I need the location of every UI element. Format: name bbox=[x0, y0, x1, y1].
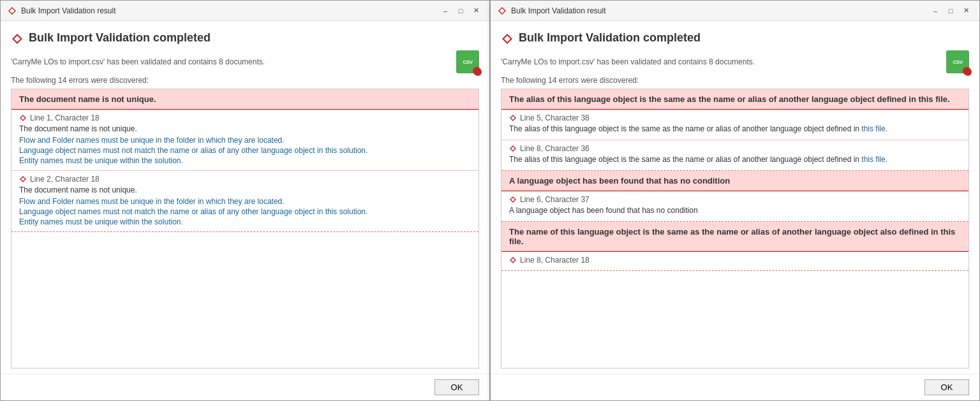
line-ref-text-2-2-1: Line 6, Character 37 bbox=[520, 195, 590, 204]
subtitle-row-2: 'CarryMe LOs to import.csv' has been val… bbox=[501, 50, 969, 73]
subtitle-text-1: 'CarryMe LOs to import.csv' has been val… bbox=[11, 57, 265, 66]
subtitle-text-2: 'CarryMe LOs to import.csv' has been val… bbox=[501, 57, 755, 66]
dialog-footer-2: OK bbox=[491, 374, 979, 400]
error-item-2-1-1: Line 5, Character 38 The alias of this l… bbox=[501, 110, 969, 140]
line-ref-text-2-3-1: Line 8, Character 18 bbox=[520, 256, 590, 265]
line-diamond-icon-2-1-2 bbox=[509, 145, 517, 152]
app-icon-2 bbox=[497, 6, 507, 16]
line-ref-text-2-1-2: Line 8, Character 36 bbox=[520, 144, 590, 153]
csv-badge-2 bbox=[963, 67, 971, 75]
line-ref-text-1-1-1: Line 1, Character 18 bbox=[30, 113, 100, 122]
header-diamond-icon-1 bbox=[11, 33, 24, 45]
line-ref-2-2-1: Line 6, Character 37 bbox=[509, 195, 961, 204]
header-row-1: Bulk Import Validation completed bbox=[11, 31, 479, 45]
error-header-2-2: A language object has been found that ha… bbox=[501, 171, 969, 191]
title-text-2: Bulk Import Validation result bbox=[511, 6, 928, 15]
minimize-button-1[interactable]: – bbox=[438, 4, 452, 18]
csv-badge-1 bbox=[473, 67, 481, 75]
error-header-2-1: The alias of this language object is the… bbox=[501, 89, 969, 110]
line-ref-text-2-1-1: Line 5, Character 38 bbox=[520, 113, 590, 122]
scroll-area-1[interactable]: The document name is not unique. Line 1,… bbox=[11, 89, 479, 368]
window-controls-1: – □ ✕ bbox=[438, 4, 483, 18]
maximize-button-1[interactable]: □ bbox=[454, 4, 468, 18]
line-diamond-icon-2-1-1 bbox=[509, 114, 517, 122]
dialog-header-1: Bulk Import Validation completed bbox=[29, 31, 211, 45]
error-item-2-2-1: Line 6, Character 37 A language object h… bbox=[501, 191, 969, 221]
maximize-button-2[interactable]: □ bbox=[944, 4, 958, 18]
window-controls-2: – □ ✕ bbox=[928, 4, 973, 18]
help-link-1-1-1-c[interactable]: Entity names must be unique within the s… bbox=[19, 156, 471, 165]
line-diamond-icon-2-2-1 bbox=[509, 196, 517, 203]
error-header-2-3: The name of this language object is the … bbox=[501, 222, 969, 252]
line-ref-2-3-1: Line 8, Character 18 bbox=[509, 256, 961, 265]
dialog-1: Bulk Import Validation result – □ ✕ Bulk… bbox=[0, 0, 490, 401]
line-ref-1-1-1: Line 1, Character 18 bbox=[19, 113, 471, 122]
ok-button-2[interactable]: OK bbox=[924, 379, 969, 395]
header-diamond-icon-2 bbox=[501, 33, 514, 45]
line-ref-text-1-1-2: Line 2, Character 18 bbox=[30, 175, 100, 184]
dialog-2: Bulk Import Validation result – □ ✕ Bulk… bbox=[490, 0, 980, 401]
svg-marker-4 bbox=[475, 69, 480, 74]
header-row-2: Bulk Import Validation completed bbox=[501, 31, 969, 45]
error-group-2-1: The alias of this language object is the… bbox=[501, 89, 969, 171]
error-item-1-1-2: Line 2, Character 18 The document name i… bbox=[11, 171, 479, 231]
dialog-header-2: Bulk Import Validation completed bbox=[519, 31, 701, 45]
close-button-2[interactable]: ✕ bbox=[959, 4, 973, 18]
title-text-1: Bulk Import Validation result bbox=[21, 6, 438, 15]
dialog-body-1: Bulk Import Validation completed 'CarryM… bbox=[1, 21, 489, 374]
error-item-2-3-1: Line 8, Character 18 bbox=[501, 252, 969, 270]
help-link-1-1-2-a[interactable]: Flow and Folder names must be unique in … bbox=[19, 197, 471, 206]
app-icon-1 bbox=[7, 6, 17, 16]
help-link-1-1-2-b[interactable]: Language object names must not match the… bbox=[19, 207, 471, 216]
error-desc-1-1-1: The document name is not unique. bbox=[19, 124, 471, 133]
help-link-1-1-1-a[interactable]: Flow and Folder names must be unique in … bbox=[19, 136, 471, 145]
line-diamond-icon-1-1-2 bbox=[19, 175, 27, 183]
error-group-2-3: The name of this language object is the … bbox=[501, 222, 969, 271]
error-group-1-1: The document name is not unique. Line 1,… bbox=[11, 89, 479, 232]
line-ref-1-1-2: Line 2, Character 18 bbox=[19, 175, 471, 184]
error-desc-1-1-2: The document name is not unique. bbox=[19, 186, 471, 194]
desc-link-2-1-2[interactable]: this file bbox=[861, 155, 885, 164]
svg-marker-13 bbox=[965, 69, 970, 74]
desc-link-2-1-1[interactable]: this file bbox=[861, 124, 885, 133]
error-group-2-2: A language object has been found that ha… bbox=[501, 171, 969, 222]
error-desc-2-1-2: The alias of this language object is the… bbox=[509, 155, 961, 164]
errors-label-1: The following 14 errors were discovered: bbox=[11, 76, 479, 85]
scroll-area-2[interactable]: The alias of this language object is the… bbox=[501, 89, 969, 368]
help-link-1-1-1-b[interactable]: Language object names must not match the… bbox=[19, 146, 471, 155]
csv-icon-wrapper-2: CSV bbox=[946, 50, 969, 73]
line-ref-2-1-1: Line 5, Character 38 bbox=[509, 113, 961, 122]
error-header-1-1: The document name is not unique. bbox=[11, 89, 479, 110]
subtitle-row-1: 'CarryMe LOs to import.csv' has been val… bbox=[11, 50, 479, 73]
csv-icon-wrapper-1: CSV bbox=[456, 50, 479, 73]
minimize-button-2[interactable]: – bbox=[928, 4, 942, 18]
error-item-1-1-1: Line 1, Character 18 The document name i… bbox=[11, 110, 479, 171]
dialog-body-2: Bulk Import Validation completed 'CarryM… bbox=[491, 21, 979, 374]
line-diamond-icon-1-1-1 bbox=[19, 114, 27, 122]
line-diamond-icon-2-3-1 bbox=[509, 256, 517, 264]
title-bar-1: Bulk Import Validation result – □ ✕ bbox=[1, 1, 489, 21]
error-desc-2-1-1: The alias of this language object is the… bbox=[509, 124, 961, 133]
close-button-1[interactable]: ✕ bbox=[469, 4, 483, 18]
help-link-1-1-2-c[interactable]: Entity names must be unique within the s… bbox=[19, 217, 471, 226]
errors-label-2: The following 14 errors were discovered: bbox=[501, 76, 969, 85]
ok-button-1[interactable]: OK bbox=[434, 379, 479, 395]
title-bar-2: Bulk Import Validation result – □ ✕ bbox=[491, 1, 979, 21]
line-ref-2-1-2: Line 8, Character 36 bbox=[509, 144, 961, 153]
dialog-footer-1: OK bbox=[1, 374, 489, 400]
error-item-2-1-2: Line 8, Character 36 The alias of this l… bbox=[501, 140, 969, 170]
error-desc-2-2-1: A language object has been found that ha… bbox=[509, 206, 961, 215]
